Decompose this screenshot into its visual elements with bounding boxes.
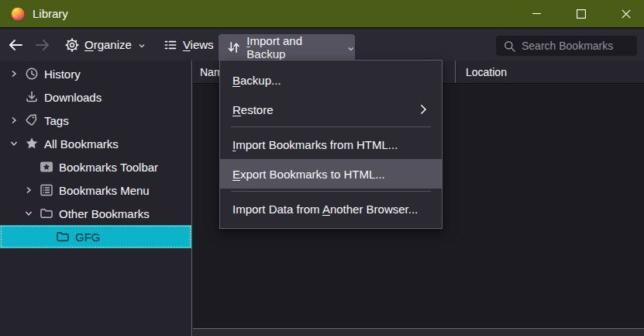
- forward-button[interactable]: [33, 36, 52, 54]
- menu-item-export-bookmarks-to-html[interactable]: Export Bookmarks to HTML...: [220, 159, 442, 189]
- forward-arrow-icon: [34, 36, 51, 54]
- clock-icon: [25, 67, 39, 81]
- sidebar-item-label: Bookmarks Toolbar: [59, 161, 158, 174]
- sidebar-item-gfg[interactable]: GFG: [0, 225, 191, 248]
- list-icon: [164, 38, 177, 52]
- back-button[interactable]: [6, 36, 25, 54]
- search-icon: [504, 40, 515, 52]
- submenu-arrow-icon: [417, 103, 429, 116]
- chevron-right-icon[interactable]: [24, 185, 33, 195]
- menu-separator: [231, 126, 431, 127]
- chevron-right-icon[interactable]: [9, 69, 19, 78]
- maximize-icon: [577, 9, 586, 19]
- status-bar: [193, 328, 644, 336]
- search-input[interactable]: [522, 40, 637, 52]
- import-and-backup-label: Import and Backup: [246, 34, 340, 61]
- titlebar: Library: [0, 0, 644, 28]
- import-and-backup-menu: Backup... Restore Import Bookmarks from …: [219, 60, 443, 229]
- organize-button[interactable]: Organize: [65, 38, 146, 52]
- bookmarks-menu-icon: [40, 183, 53, 197]
- download-icon: [25, 90, 39, 104]
- sidebar-item-downloads[interactable]: Downloads: [0, 85, 191, 109]
- views-label: Views: [183, 38, 214, 51]
- close-button[interactable]: [608, 0, 644, 27]
- close-icon: [622, 9, 631, 19]
- menu-item-backup[interactable]: Backup...: [220, 65, 442, 95]
- menu-item-restore[interactable]: Restore: [220, 95, 442, 124]
- chevron-down-icon[interactable]: [9, 139, 19, 148]
- star-icon: [25, 137, 39, 151]
- sidebar-item-label: History: [44, 68, 81, 81]
- sidebar-item-label: Other Bookmarks: [59, 207, 150, 220]
- minimize-icon: [532, 9, 541, 18]
- toolbar: Organize Views Import and Backup: [0, 29, 644, 61]
- sidebar-item-label: All Bookmarks: [44, 137, 119, 151]
- chevron-right-icon[interactable]: [9, 116, 19, 125]
- search-box: [496, 36, 637, 56]
- sidebar-item-history[interactable]: History: [0, 62, 191, 85]
- sidebar-tree: History Downloads Tags All: [0, 61, 192, 336]
- sidebar-item-label: Downloads: [44, 91, 102, 104]
- expander-placeholder: [40, 232, 50, 241]
- window-title: Library: [33, 7, 68, 20]
- import-and-backup-button[interactable]: Import and Backup: [219, 34, 355, 61]
- window-controls: [518, 0, 644, 27]
- menu-item-import-bookmarks-from-html[interactable]: Import Bookmarks from HTML...: [220, 130, 442, 159]
- chevron-down-icon: [138, 42, 146, 50]
- column-header-location[interactable]: Location: [456, 61, 644, 83]
- folder-icon: [56, 230, 70, 244]
- sidebar-item-label: GFG: [75, 230, 101, 244]
- back-arrow-icon: [7, 36, 24, 54]
- sidebar-item-tags[interactable]: Tags: [0, 109, 191, 132]
- bookmarks-toolbar-icon: [40, 160, 53, 174]
- firefox-logo-icon: [10, 6, 26, 22]
- sidebar-item-bookmarks-menu[interactable]: Bookmarks Menu: [0, 178, 191, 202]
- sidebar-item-all-bookmarks[interactable]: All Bookmarks: [0, 132, 191, 155]
- organize-label: Organize: [84, 38, 132, 51]
- sidebar-item-other-bookmarks[interactable]: Other Bookmarks: [0, 202, 191, 225]
- chevron-down-icon: [347, 45, 355, 53]
- sidebar-item-label: Tags: [44, 114, 69, 127]
- folder-icon: [40, 206, 53, 220]
- minimize-button[interactable]: [518, 0, 554, 27]
- import-export-arrows-icon: [227, 40, 240, 54]
- tag-icon: [25, 113, 39, 127]
- menu-item-import-data-from-another-browser[interactable]: Import Data from Another Browser...: [220, 194, 442, 223]
- chevron-down-icon[interactable]: [24, 209, 33, 218]
- expander-placeholder: [9, 92, 19, 102]
- gear-icon: [65, 38, 79, 52]
- expander-placeholder: [24, 162, 33, 171]
- sidebar-item-bookmarks-toolbar[interactable]: Bookmarks Toolbar: [0, 155, 191, 178]
- sidebar-item-label: Bookmarks Menu: [59, 184, 150, 197]
- menu-separator: [231, 191, 431, 192]
- maximize-button[interactable]: [563, 0, 599, 27]
